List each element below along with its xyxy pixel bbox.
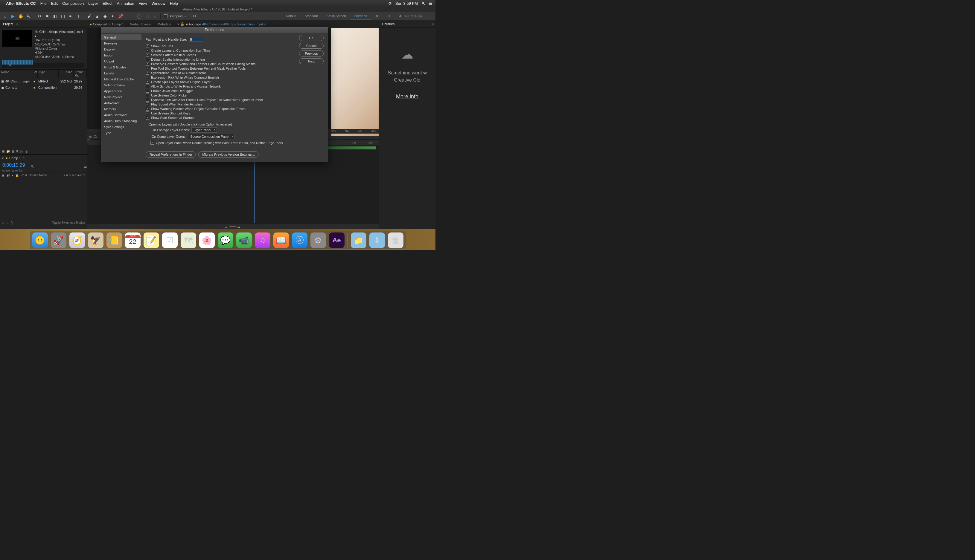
search-help[interactable]: 🔍︎ bbox=[398, 14, 434, 18]
solo-toggle-icon[interactable]: ● bbox=[12, 173, 13, 177]
menu-animation[interactable]: Animation bbox=[117, 1, 134, 6]
zoom-tool-icon[interactable]: 🔍︎ bbox=[25, 13, 32, 20]
pref-checkbox[interactable] bbox=[145, 85, 149, 88]
prefs-cat-labels[interactable]: Labels bbox=[101, 70, 142, 76]
prefs-cat-audiohw[interactable]: Audio Hardware bbox=[101, 112, 142, 118]
timeline-tab[interactable]: Comp 1 bbox=[9, 156, 21, 160]
panel-menu-icon[interactable]: ≡ bbox=[431, 22, 434, 26]
comp-layer-dropdown[interactable]: Source Composition Panel bbox=[188, 134, 235, 139]
dock-sysprefs[interactable]: ⚙ bbox=[311, 232, 326, 248]
type-tool-icon[interactable]: T bbox=[75, 13, 82, 20]
pref-checkbox[interactable] bbox=[145, 58, 149, 61]
spotlight-icon[interactable]: 🔍︎ bbox=[421, 1, 425, 6]
tl-icon[interactable]: {} bbox=[11, 221, 13, 224]
dock-mail[interactable]: 🦅 bbox=[88, 232, 104, 248]
menu-help[interactable]: Help bbox=[170, 1, 178, 6]
lock-toggle-icon[interactable]: 🔒 bbox=[15, 173, 19, 177]
dock-reminders[interactable]: ☑ bbox=[162, 232, 178, 248]
menu-file[interactable]: File bbox=[40, 1, 47, 6]
dock-trash[interactable]: 🗑 bbox=[388, 232, 403, 248]
pan-behind-tool-icon[interactable]: ◧ bbox=[52, 13, 59, 20]
cancel-button[interactable]: Cancel bbox=[299, 43, 324, 49]
dock-photos[interactable]: 🌸 bbox=[199, 232, 215, 248]
prefs-cat-sync[interactable]: Sync Settings bbox=[101, 124, 142, 130]
prefs-cat-output[interactable]: Output bbox=[101, 58, 142, 64]
dock-folder[interactable]: 📁 bbox=[351, 232, 366, 248]
interpret-icon[interactable]: ▣ bbox=[2, 150, 5, 153]
pref-checkbox[interactable] bbox=[145, 53, 149, 57]
ws-small-screen[interactable]: Small Screen bbox=[322, 13, 350, 20]
ws-more-icon[interactable]: ≫ bbox=[371, 13, 383, 20]
menu-layer[interactable]: Layer bbox=[88, 1, 98, 6]
prefs-cat-newproject[interactable]: New Project bbox=[101, 94, 142, 100]
libraries-tab[interactable]: Libraries bbox=[381, 22, 396, 26]
pref-checkbox[interactable] bbox=[145, 116, 149, 120]
prefs-cat-video[interactable]: Video Preview bbox=[101, 82, 142, 88]
dock-contacts[interactable]: 📒 bbox=[107, 232, 122, 248]
snapping-check[interactable]: Snapping ⌄ ⊞ ⊡ bbox=[164, 14, 196, 18]
new-comp-icon[interactable]: ▦ bbox=[12, 150, 14, 153]
close-icon[interactable]: × bbox=[2, 156, 3, 160]
eraser-tool-icon[interactable]: ◆ bbox=[102, 13, 108, 20]
pref-checkbox[interactable] bbox=[145, 49, 149, 52]
search-help-input[interactable] bbox=[404, 14, 434, 18]
dock-facetime[interactable]: 📹 bbox=[236, 232, 252, 248]
pref-checkbox[interactable] bbox=[145, 89, 149, 93]
prefs-cat-general[interactable]: General bbox=[101, 34, 142, 40]
close-icon[interactable]: × bbox=[177, 22, 179, 26]
brush-tool-icon[interactable]: 🖌 bbox=[86, 13, 93, 20]
project-row[interactable]: ▣ 4K-Chim… .mp4 ■ MPEG 252 MB 29.97 bbox=[0, 78, 87, 85]
selection-tool-icon[interactable]: ▶ bbox=[10, 13, 16, 20]
pref-checkbox[interactable] bbox=[145, 62, 149, 66]
prefs-cat-type[interactable]: Type bbox=[101, 130, 142, 136]
pref-checkbox[interactable] bbox=[145, 112, 149, 115]
ws-libraries[interactable]: Libraries bbox=[350, 13, 371, 20]
puppet-tool-icon[interactable]: 📌 bbox=[117, 13, 124, 20]
tl-icon[interactable]: ⊞ bbox=[2, 221, 4, 224]
dock-itunes[interactable]: ♫ bbox=[255, 232, 270, 248]
prefs-cat-audioout[interactable]: Audio Output Mapping bbox=[101, 118, 142, 124]
roto-tool-icon[interactable]: ✦ bbox=[109, 13, 116, 20]
toggle-switches[interactable]: Toggle Switches / Modes bbox=[52, 221, 85, 224]
path-size-input[interactable] bbox=[189, 37, 203, 42]
pref-checkbox[interactable] bbox=[145, 71, 149, 75]
dock-finder[interactable]: 😐 bbox=[32, 232, 48, 248]
more-info-link[interactable]: More info bbox=[382, 93, 433, 101]
prefs-cat-grids[interactable]: Grids & Guides bbox=[101, 64, 142, 70]
prefs-cat-memory[interactable]: Memory bbox=[101, 106, 142, 112]
menu-icon[interactable]: ☰ bbox=[429, 1, 433, 6]
footage-layer-dropdown[interactable]: Layer Panel bbox=[191, 127, 217, 133]
prefs-cat-previews[interactable]: Previews bbox=[101, 40, 142, 46]
prefs-cat-autosave[interactable]: Auto-Save bbox=[101, 100, 142, 106]
open-layer-panel-check[interactable] bbox=[151, 141, 154, 145]
pen-tool-icon[interactable]: ✒ bbox=[67, 13, 74, 20]
ok-button[interactable]: OK bbox=[299, 35, 324, 41]
dock-messages[interactable]: 💬 bbox=[218, 232, 233, 248]
hand-tool-icon[interactable]: ✋ bbox=[17, 13, 24, 20]
dock-appstore[interactable]: Ⓐ bbox=[292, 232, 308, 248]
ws-default[interactable]: Default bbox=[282, 13, 301, 20]
clock[interactable]: Sun 3:59 PM bbox=[395, 1, 418, 6]
prefs-cat-media[interactable]: Media & Disk Cache bbox=[101, 76, 142, 82]
panel-menu-icon[interactable]: ≡ bbox=[23, 156, 25, 160]
app-name[interactable]: After Effects CC bbox=[6, 1, 36, 6]
prefs-cat-display[interactable]: Display bbox=[101, 46, 142, 52]
new-viewer-icon[interactable]: ⊞ bbox=[89, 135, 92, 138]
previous-button[interactable]: Previous bbox=[299, 50, 324, 57]
video-toggle-icon[interactable]: ◉ bbox=[2, 173, 5, 177]
pref-checkbox[interactable] bbox=[145, 76, 149, 79]
dock-ibooks[interactable]: 📖 bbox=[273, 232, 289, 248]
folder-icon[interactable]: 📁 bbox=[6, 150, 10, 153]
prefs-cat-appearance[interactable]: Appearance bbox=[101, 88, 142, 94]
trash-icon[interactable]: 🗑 bbox=[25, 150, 28, 153]
panel-menu-icon[interactable]: ≡ bbox=[16, 22, 18, 26]
ws-standard[interactable]: Standard bbox=[301, 13, 323, 20]
next-button[interactable]: Next bbox=[299, 58, 324, 64]
rotate-tool-icon[interactable]: ↻ bbox=[36, 13, 43, 20]
pref-checkbox[interactable] bbox=[145, 102, 149, 106]
monitor-icon[interactable]: 🖵 bbox=[94, 135, 97, 138]
prefs-cat-import[interactable]: Import bbox=[101, 52, 142, 58]
zoom-in-icon[interactable]: ⛰ bbox=[237, 225, 240, 228]
ws-reset-icon[interactable]: ⊟ bbox=[383, 13, 394, 20]
tl-icon[interactable]: ⎌ bbox=[7, 221, 8, 224]
